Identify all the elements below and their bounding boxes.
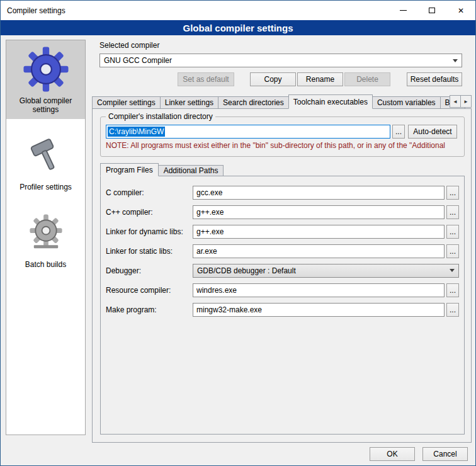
- tab-strip: Compiler settings Linker settings Search…: [92, 94, 472, 109]
- tab-search-directories[interactable]: Search directories: [218, 96, 289, 109]
- maximize-icon: [429, 8, 435, 13]
- installation-dir-value: C:\raylib\MinGW: [108, 127, 165, 137]
- installation-directory-group-title: Compiler's installation directory: [106, 112, 215, 121]
- row-make-program: Make program: ...: [106, 300, 459, 319]
- sidebar: Global compiler settings Profiler settin…: [6, 40, 86, 435]
- maximize-button[interactable]: [417, 1, 446, 20]
- window-title: Compiler settings: [1, 6, 65, 15]
- copy-button[interactable]: Copy: [250, 72, 296, 86]
- field-label: C++ compiler:: [106, 208, 193, 217]
- chevron-down-icon: [450, 269, 455, 272]
- linker-static-input[interactable]: [193, 244, 445, 258]
- compiler-combobox[interactable]: GNU GCC Compiler: [99, 54, 462, 67]
- make-program-input[interactable]: [193, 303, 445, 317]
- row-cpp-compiler: C++ compiler: ...: [106, 202, 459, 222]
- sidebar-item-label: Batch builds: [25, 260, 66, 269]
- debugger-combobox-value: GDB/CDB debugger : Default: [197, 266, 446, 275]
- tab-custom-variables[interactable]: Custom variables: [372, 96, 441, 109]
- row-c-compiler: C compiler: ...: [106, 183, 459, 202]
- main-content: Selected compiler GNU GCC Compiler Set a…: [92, 40, 472, 443]
- program-files-panel: C compiler: ... C++ compiler: ... Linker…: [100, 176, 465, 435]
- subtab-strip: Program Files Additional Paths: [100, 163, 465, 176]
- close-icon: ✕: [458, 6, 464, 15]
- sidebar-item-label: Global compiler settings: [8, 96, 83, 114]
- installation-dir-browse-button[interactable]: ...: [392, 125, 405, 139]
- field-label: Linker for static libs:: [106, 247, 193, 256]
- cancel-button[interactable]: Cancel: [422, 447, 468, 461]
- compiler-settings-dialog: Compiler settings ✕ Global compiler sett…: [0, 0, 476, 466]
- linker-dynamic-browse-button[interactable]: ...: [446, 225, 459, 239]
- tab-scroll-buttons: ◄ ►: [450, 95, 472, 108]
- chevron-down-icon: [453, 59, 458, 62]
- cpp-compiler-browse-button[interactable]: ...: [446, 205, 459, 219]
- tab-scroll-right-button[interactable]: ►: [460, 95, 472, 108]
- resource-compiler-input[interactable]: [193, 283, 445, 297]
- subtab-program-files[interactable]: Program Files: [100, 163, 159, 176]
- subtab-additional-paths[interactable]: Additional Paths: [158, 165, 224, 176]
- field-label: Debugger:: [106, 266, 193, 275]
- minimize-icon: [400, 10, 407, 11]
- row-linker-static: Linker for static libs: ...: [106, 241, 459, 261]
- sidebar-item-label: Profiler settings: [20, 183, 72, 191]
- gear-icon: [23, 46, 69, 93]
- delete-button[interactable]: Delete: [344, 72, 390, 86]
- sidebar-item-batch-builds[interactable]: Batch builds: [6, 204, 85, 274]
- debugger-combobox[interactable]: GDB/CDB debugger : Default: [193, 264, 459, 278]
- titlebar: Compiler settings ✕: [1, 1, 475, 20]
- batch-builds-icon: [26, 213, 66, 253]
- linker-static-browse-button[interactable]: ...: [446, 244, 459, 258]
- installation-dir-input[interactable]: C:\raylib\MinGW: [106, 125, 390, 139]
- field-label: Resource compiler:: [106, 286, 193, 295]
- linker-dynamic-input[interactable]: [193, 225, 445, 239]
- page-title: Global compiler settings: [1, 20, 475, 35]
- compiler-combobox-value: GNU GCC Compiler: [104, 56, 449, 65]
- field-label: Make program:: [106, 305, 193, 314]
- profiler-icon: [26, 135, 66, 176]
- sidebar-item-global-compiler-settings[interactable]: Global compiler settings: [6, 40, 85, 119]
- minimize-button[interactable]: [388, 1, 417, 20]
- reset-defaults-button[interactable]: Reset defaults: [407, 72, 462, 86]
- set-as-default-button[interactable]: Set as default: [178, 72, 234, 86]
- ok-button[interactable]: OK: [370, 447, 415, 461]
- rename-button[interactable]: Rename: [297, 72, 343, 86]
- row-linker-dynamic: Linker for dynamic libs: ...: [106, 222, 459, 241]
- installation-directory-group: Compiler's installation directory C:\ray…: [100, 116, 465, 157]
- row-resource-compiler: Resource compiler: ...: [106, 280, 459, 300]
- tab-linker-settings[interactable]: Linker settings: [160, 96, 218, 109]
- note-text: NOTE: All programs must exist either in …: [106, 141, 464, 150]
- auto-detect-button[interactable]: Auto-detect: [408, 125, 457, 139]
- resource-compiler-browse-button[interactable]: ...: [446, 283, 459, 297]
- row-debugger: Debugger: GDB/CDB debugger : Default: [106, 261, 459, 280]
- cpp-compiler-input[interactable]: [193, 205, 445, 219]
- selected-compiler-label: Selected compiler: [99, 41, 159, 50]
- sidebar-item-profiler-settings[interactable]: Profiler settings: [6, 127, 85, 196]
- caption-buttons: ✕: [388, 1, 475, 20]
- tab-scroll-left-button[interactable]: ◄: [450, 95, 461, 108]
- c-compiler-browse-button[interactable]: ...: [446, 186, 459, 200]
- field-label: C compiler:: [106, 188, 193, 197]
- tab-compiler-settings[interactable]: Compiler settings: [92, 96, 161, 109]
- c-compiler-input[interactable]: [193, 186, 445, 200]
- toolchain-executables-panel: Compiler's installation directory C:\ray…: [92, 108, 472, 443]
- tab-toolchain-executables[interactable]: Toolchain executables: [288, 94, 373, 109]
- make-program-browse-button[interactable]: ...: [446, 303, 459, 317]
- close-button[interactable]: ✕: [446, 1, 475, 20]
- field-label: Linker for dynamic libs:: [106, 227, 193, 236]
